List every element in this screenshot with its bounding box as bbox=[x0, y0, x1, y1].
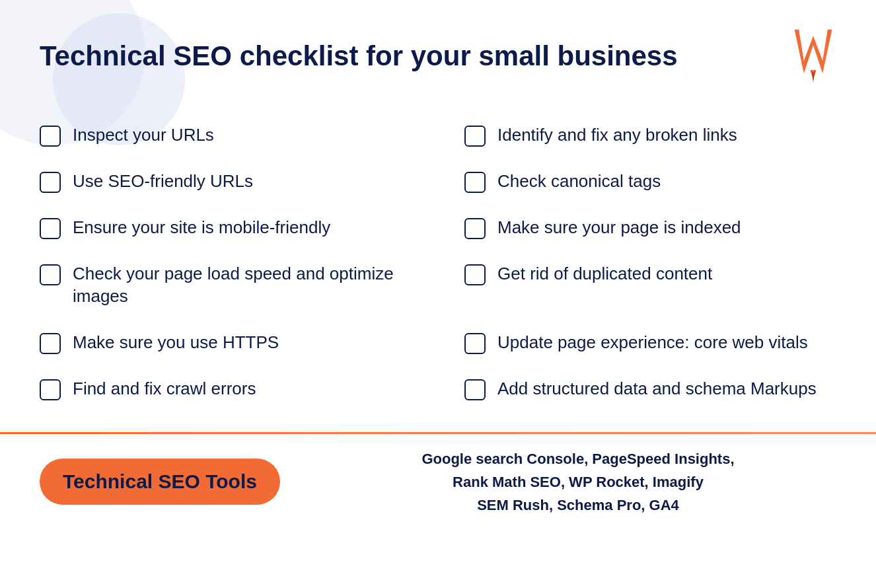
list-item: Make sure you use HTTPS bbox=[40, 320, 438, 366]
checkbox-10[interactable] bbox=[464, 264, 486, 285]
item-text-3: Ensure your site is mobile-friendly bbox=[73, 217, 330, 239]
list-item: Find and fix crawl errors bbox=[40, 366, 438, 412]
title-row: Technical SEO checklist for your small b… bbox=[40, 26, 836, 86]
item-text-9: Make sure your page is indexed bbox=[497, 217, 741, 239]
checklist-grid: Inspect your URLs Identify and fix any b… bbox=[40, 112, 836, 412]
list-item: Update page experience: core web vitals bbox=[438, 320, 836, 366]
list-item: Get rid of duplicated content bbox=[438, 251, 836, 320]
item-text-4: Check your page load speed and optimize … bbox=[73, 263, 425, 308]
item-text-5: Make sure you use HTTPS bbox=[73, 332, 279, 354]
checkbox-12[interactable] bbox=[464, 379, 486, 400]
tools-line-1: Google search Console, PageSpeed Insight… bbox=[421, 451, 734, 467]
item-text-11: Update page experience: core web vitals bbox=[497, 332, 808, 354]
checkbox-3[interactable] bbox=[40, 218, 61, 239]
main-container: Technical SEO checklist for your small b… bbox=[0, 0, 876, 412]
w-logo-icon bbox=[790, 26, 836, 86]
list-item: Identify and fix any broken links bbox=[438, 112, 836, 159]
item-text-12: Add structured data and schema Markups bbox=[497, 378, 817, 400]
item-text-7: Identify and fix any broken links bbox=[497, 124, 737, 147]
item-text-10: Get rid of duplicated content bbox=[497, 263, 712, 285]
tools-list: Google search Console, PageSpeed Insight… bbox=[320, 447, 836, 517]
checkbox-11[interactable] bbox=[464, 333, 486, 354]
footer: Technical SEO Tools Google search Consol… bbox=[0, 434, 876, 531]
page-title: Technical SEO checklist for your small b… bbox=[40, 40, 678, 73]
tools-line-2: Rank Math SEO, WP Rocket, Imagify bbox=[453, 474, 704, 490]
checkbox-2[interactable] bbox=[40, 172, 61, 193]
tools-line-3: SEM Rush, Schema Pro, GA4 bbox=[477, 497, 679, 513]
checkbox-9[interactable] bbox=[464, 218, 486, 239]
list-item: Check your page load speed and optimize … bbox=[40, 251, 438, 320]
checkbox-1[interactable] bbox=[40, 126, 61, 147]
list-item: Use SEO-friendly URLs bbox=[40, 159, 438, 205]
item-text-1: Inspect your URLs bbox=[73, 124, 214, 147]
item-text-6: Find and fix crawl errors bbox=[73, 378, 256, 400]
list-item: Ensure your site is mobile-friendly bbox=[40, 205, 438, 251]
list-item: Inspect your URLs bbox=[40, 112, 438, 159]
checkbox-8[interactable] bbox=[464, 172, 486, 193]
list-item: Make sure your page is indexed bbox=[438, 205, 836, 251]
checkbox-7[interactable] bbox=[464, 126, 486, 147]
list-item: Check canonical tags bbox=[438, 159, 836, 205]
checkbox-6[interactable] bbox=[40, 379, 61, 400]
item-text-8: Check canonical tags bbox=[497, 170, 661, 193]
tools-badge: Technical SEO Tools bbox=[40, 459, 280, 505]
list-item: Add structured data and schema Markups bbox=[438, 366, 836, 412]
item-text-2: Use SEO-friendly URLs bbox=[73, 170, 253, 193]
checkbox-5[interactable] bbox=[40, 333, 61, 354]
checkbox-4[interactable] bbox=[40, 264, 61, 285]
svg-marker-0 bbox=[795, 30, 832, 73]
tools-badge-label: Technical SEO Tools bbox=[63, 470, 257, 492]
